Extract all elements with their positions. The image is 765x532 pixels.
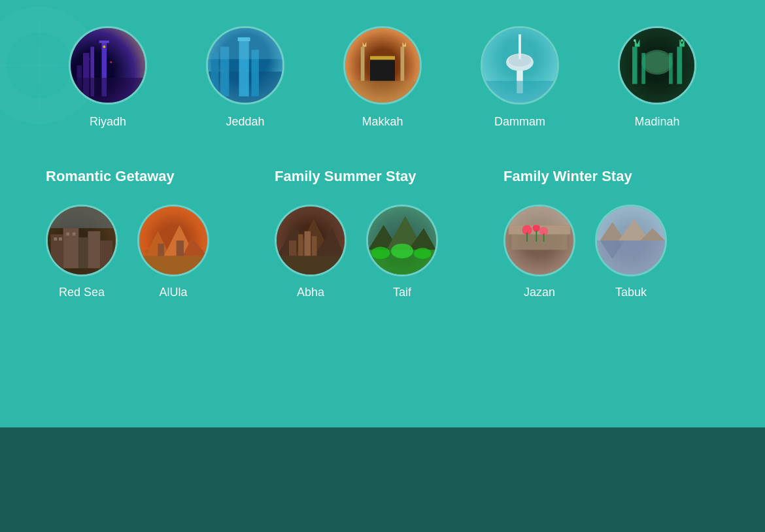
svg-point-44 [681,39,683,42]
svg-rect-41 [641,53,645,84]
svg-rect-53 [66,233,69,236]
svg-rect-69 [312,236,317,256]
city-madinah[interactable]: Madinah [618,26,696,129]
city-alula[interactable]: AlUla [137,205,209,299]
svg-marker-25 [363,42,367,47]
svg-rect-15 [211,53,218,97]
category-romantic-getaway: Romantic Getaway [39,168,268,299]
city-label-jazan: Jazan [524,286,555,299]
svg-rect-50 [100,241,112,269]
category-title-romantic: Romantic Getaway [46,168,262,185]
top-cities-row: Riyadh [39,26,726,129]
city-circle-makkah [343,26,422,105]
svg-rect-62 [177,241,184,256]
svg-rect-32 [518,35,521,59]
city-circle-redsea [46,205,118,276]
main-content: Riyadh [0,0,765,299]
svg-rect-38 [677,47,682,84]
svg-rect-86 [526,233,528,242]
svg-point-78 [391,244,413,259]
city-label-abha: Abha [297,286,324,299]
svg-rect-13 [71,78,145,103]
categories-section: Romantic Getaway [39,168,726,299]
city-jeddah[interactable]: Jeddah [206,26,284,129]
city-label-alula: AlUla [159,286,187,299]
city-dammam[interactable]: Dammam [481,26,559,129]
svg-point-77 [371,246,390,259]
svg-rect-33 [483,81,557,103]
svg-rect-60 [139,256,207,274]
city-abha[interactable]: Abha [275,205,347,299]
category-cities-romantic: Red Sea [46,205,262,299]
svg-point-12 [110,61,112,63]
city-circle-madinah [618,26,696,105]
svg-rect-88 [543,234,545,242]
city-label-tabuk: Tabuk [615,286,647,299]
city-circle-jeddah [206,26,284,105]
city-circle-abha [275,205,347,276]
svg-point-79 [414,248,431,259]
city-circle-taif [366,205,438,276]
city-circle-alula [137,205,209,276]
city-circle-tabuk [595,205,667,276]
city-circle-jazan [503,205,575,276]
svg-marker-26 [402,42,406,47]
city-label-riyadh: Riyadh [90,115,126,129]
svg-rect-61 [158,244,163,256]
svg-point-36 [643,52,671,73]
svg-rect-49 [88,231,100,269]
city-label-taif: Taif [393,286,411,299]
city-circle-dammam [481,26,559,105]
svg-rect-23 [361,47,365,81]
svg-rect-22 [370,56,395,60]
svg-point-11 [89,59,90,60]
svg-rect-48 [78,237,88,268]
svg-rect-27 [345,81,420,103]
category-family-summer: Family Summer Stay [268,168,497,299]
city-taif[interactable]: Taif [366,205,438,299]
category-title-winter: Family Winter Stay [503,168,719,185]
svg-rect-68 [305,231,311,256]
city-label-redsea: Red Sea [59,286,105,299]
svg-rect-54 [73,233,76,236]
svg-point-43 [634,39,636,42]
city-riyadh[interactable]: Riyadh [69,26,147,129]
category-title-summer: Family Summer Stay [275,168,490,185]
svg-rect-52 [59,237,62,241]
city-makkah[interactable]: Makkah [343,26,422,129]
city-label-madinah: Madinah [634,115,679,129]
svg-rect-37 [632,47,638,84]
city-label-dammam: Dammam [494,115,545,129]
svg-rect-42 [669,53,673,84]
svg-rect-20 [208,28,282,59]
city-redsea[interactable]: Red Sea [46,205,118,299]
svg-point-10 [103,46,105,48]
city-tabuk[interactable]: Tabuk [595,205,667,299]
category-family-winter: Family Winter Stay [497,168,726,299]
city-label-makkah: Makkah [362,115,403,129]
category-cities-winter: Jazan [503,205,719,299]
svg-rect-71 [277,256,345,274]
svg-rect-67 [298,235,303,256]
svg-rect-89 [505,207,573,225]
footer-bar [0,427,765,532]
svg-rect-24 [401,47,405,81]
svg-rect-9 [99,41,109,43]
svg-rect-70 [289,241,296,256]
svg-rect-55 [48,207,116,228]
city-label-jeddah: Jeddah [226,115,264,129]
svg-rect-87 [536,231,537,242]
category-cities-summer: Abha [275,205,490,299]
city-jazan[interactable]: Jazan [503,205,575,299]
city-circle-riyadh [69,26,147,105]
svg-rect-47 [63,228,79,268]
svg-rect-51 [54,237,57,241]
